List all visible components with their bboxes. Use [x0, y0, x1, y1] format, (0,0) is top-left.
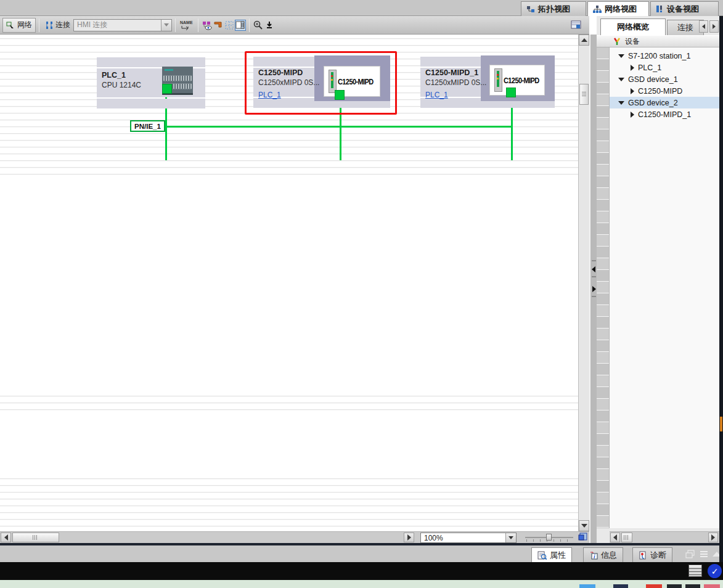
- subnet-name-label[interactable]: PN/IE_1: [130, 120, 165, 132]
- toolbar-separator: [175, 18, 176, 32]
- collapse-left-icon[interactable]: [592, 266, 595, 272]
- tab-topology-view[interactable]: 拓扑视图: [521, 1, 586, 16]
- network-view-icon: [593, 6, 602, 13]
- tab-properties[interactable]: 属性: [531, 547, 572, 562]
- ethernet-port-green[interactable]: [335, 90, 345, 100]
- float-window-icon[interactable]: [685, 550, 695, 558]
- scroll-left-button[interactable]: [610, 533, 620, 542]
- device-c1250-mipd-1[interactable]: C1250-MIPD_1 C1250xMIPD 0S... PLC_1 C125…: [420, 57, 555, 108]
- overview-panel-toggle-button[interactable]: [235, 20, 246, 31]
- relabel-name-button[interactable]: NAME: [179, 20, 195, 31]
- tab-connections[interactable]: 连接: [667, 20, 704, 35]
- device-plc-link[interactable]: PLC_1: [258, 91, 281, 99]
- tab-network-overview-label: 网络概览: [617, 22, 649, 33]
- fit-to-view-button[interactable]: [578, 532, 589, 542]
- crop-view-button[interactable]: [213, 20, 224, 31]
- split-editor-button[interactable]: [571, 20, 582, 31]
- tab-info[interactable]: i 信息: [583, 547, 623, 562]
- vertical-scroll-thumb[interactable]: [579, 84, 589, 105]
- horizontal-scroll-thumb[interactable]: [621, 533, 632, 542]
- connections-mode-button[interactable]: 连接: [43, 18, 73, 33]
- combobox-dropdown-button[interactable]: [161, 20, 171, 31]
- expander-expanded-icon[interactable]: [618, 54, 624, 58]
- expander-collapsed-icon[interactable]: [631, 112, 634, 118]
- svg-text:NAME: NAME: [180, 20, 193, 25]
- chevron-right-icon: [713, 24, 716, 29]
- overview-header-row[interactable]: 设备: [597, 35, 719, 47]
- expander-expanded-icon[interactable]: [618, 78, 624, 81]
- tia-portal-network-editor: 拓扑视图 网络视图 设备视图 网络 连接 HMI 连接 NAME: [0, 0, 723, 588]
- zoom-level-combobox[interactable]: 100%: [420, 533, 517, 543]
- tab-network-view[interactable]: 网络视图: [587, 1, 649, 16]
- scroll-up-button[interactable]: [579, 35, 589, 46]
- expander-expanded-icon[interactable]: [618, 101, 624, 105]
- canvas-vertical-scrollbar[interactable]: [578, 35, 589, 531]
- connection-type-value: HMI 连接: [77, 20, 107, 30]
- device-plc-link[interactable]: PLC_1: [425, 91, 448, 99]
- subnet-line-pnie1[interactable]: [148, 126, 513, 128]
- gsd-image-label: C1250-MIPD: [504, 76, 539, 84]
- device-subtitle: C1250xMIPD 0S...: [258, 78, 319, 87]
- network-canvas[interactable]: PLC_1 CPU 1214C C1250-MIPD C1250xMIPD 0S…: [0, 35, 578, 531]
- connection-type-combobox[interactable]: HMI 连接: [73, 19, 172, 31]
- grid-icon: [224, 20, 234, 30]
- chevron-right-icon: [711, 534, 715, 541]
- thumb-grip: [33, 535, 38, 540]
- tab-network-overview[interactable]: 网络概览: [600, 18, 666, 35]
- zoom-dropdown-button[interactable]: [505, 533, 516, 542]
- device-plc1[interactable]: PLC_1 CPU 1214C: [97, 57, 205, 108]
- splitter-ridge: [592, 260, 596, 261]
- show-address-labels-button[interactable]: [202, 20, 213, 31]
- scroll-down-button[interactable]: [579, 520, 589, 531]
- horizontal-scroll-thumb[interactable]: [12, 533, 59, 542]
- toolbar-separator: [249, 18, 250, 32]
- properties-icon: [537, 551, 547, 560]
- zoom-level-value: 100%: [424, 534, 443, 542]
- panel-splitter[interactable]: [589, 35, 597, 543]
- grid-toggle-button[interactable]: [224, 20, 235, 31]
- tab-scroll-right-button[interactable]: [709, 20, 719, 33]
- chevron-down-icon: [581, 524, 587, 528]
- scroll-right-button[interactable]: [708, 533, 718, 542]
- tree-row-plc1[interactable]: PLC_1: [610, 62, 719, 73]
- taskbar-icon: [613, 584, 628, 588]
- tab-device-view[interactable]: 设备视图: [650, 1, 719, 16]
- menu-list-icon[interactable]: [699, 550, 709, 558]
- expander-collapsed-icon[interactable]: [631, 65, 634, 71]
- tree-label: C1250-MIPD: [638, 87, 682, 96]
- slider-knob[interactable]: [546, 534, 552, 541]
- gsd-device-image[interactable]: C1250-MIPD: [324, 66, 380, 97]
- tree-row-c1250-mipd-1[interactable]: C1250-MIPD_1: [610, 108, 719, 120]
- scroll-left-button[interactable]: [1, 533, 11, 542]
- ethernet-port-green[interactable]: [506, 88, 516, 97]
- zoom-in-button[interactable]: [253, 20, 264, 31]
- inspector-tab-bar: 属性 i 信息 诊断: [0, 545, 723, 562]
- network-toolbar: 网络 连接 HMI 连接 NAME: [0, 16, 589, 35]
- taskbar-dark: [0, 562, 723, 580]
- tree-row-s7-station[interactable]: S7-1200 station_1: [610, 50, 719, 62]
- ethernet-port-green[interactable]: [162, 84, 172, 94]
- device-c1250-mipd[interactable]: C1250-MIPD C1250xMIPD 0S... PLC_1 C1250-…: [253, 57, 390, 108]
- tree-row-gsd-device-1[interactable]: GSD device_1: [610, 73, 719, 85]
- toolbar-separator: [39, 18, 39, 32]
- scroll-position-marker: [720, 417, 722, 431]
- portal-view-toggle-icon[interactable]: [688, 565, 702, 577]
- save-view-button[interactable]: [264, 20, 275, 31]
- zoom-slider[interactable]: [525, 533, 573, 543]
- view-tab-strip: 拓扑视图 网络视图 设备视图: [0, 0, 723, 16]
- split-editor-icon: [571, 20, 582, 30]
- network-mode-button[interactable]: 网络: [2, 18, 36, 33]
- plc-terminal-strip: [163, 75, 192, 81]
- tree-row-c1250-mipd[interactable]: C1250-MIPD: [610, 85, 719, 97]
- expander-collapsed-icon[interactable]: [631, 88, 634, 94]
- overview-horizontal-scrollbar[interactable]: [610, 531, 719, 543]
- scroll-right-button[interactable]: [404, 533, 414, 542]
- topology-view-icon: [526, 6, 535, 13]
- chevron-up-icon: [581, 38, 587, 42]
- expand-right-icon[interactable]: [592, 286, 596, 292]
- tab-scroll-left-button[interactable]: [699, 20, 708, 33]
- tree-row-gsd-device-2[interactable]: GSD device_2: [610, 97, 719, 108]
- info-icon: i: [589, 551, 598, 560]
- tab-diagnostics[interactable]: 诊断: [632, 547, 672, 562]
- gsd-device-image[interactable]: C1250-MIPD: [489, 65, 545, 96]
